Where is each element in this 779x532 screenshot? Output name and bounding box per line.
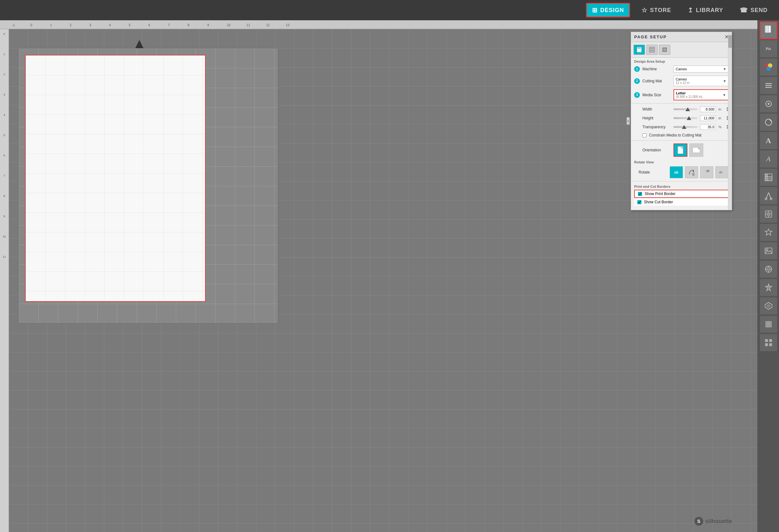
nav-library[interactable]: ↥ LIBRARY xyxy=(683,4,728,16)
separator-1 xyxy=(631,103,732,104)
height-slider[interactable] xyxy=(673,117,698,119)
svg-rect-8 xyxy=(663,49,666,51)
media-size-label: Media Size xyxy=(642,93,671,97)
tool-trace[interactable] xyxy=(760,205,777,223)
machine-label: Machine xyxy=(642,67,671,71)
up-arrow-indicator: ▲ xyxy=(132,36,146,51)
tool-media[interactable] xyxy=(760,242,777,260)
tool-effect-star[interactable] xyxy=(760,279,777,296)
tool-hatch[interactable] xyxy=(760,315,777,333)
tool-cut[interactable] xyxy=(760,187,777,205)
constrain-row: Constrain Media to Cutting Mat xyxy=(631,131,732,139)
svg-rect-1 xyxy=(638,48,641,49)
tool-more[interactable] xyxy=(760,334,777,351)
tool-star[interactable] xyxy=(760,223,777,241)
transparency-unit: % xyxy=(718,125,724,129)
svg-rect-25 xyxy=(768,176,772,181)
tool-color[interactable] xyxy=(760,58,777,76)
tool-pattern[interactable] xyxy=(760,260,777,278)
tool-pixel[interactable]: Pix xyxy=(760,40,777,58)
panel-scrollbar[interactable] xyxy=(728,32,732,210)
tab-media[interactable] xyxy=(659,45,670,55)
rotate-row: Rotate ab ab ab ab xyxy=(631,165,732,180)
svg-rect-6 xyxy=(649,47,654,52)
nav-send[interactable]: ☎ SEND xyxy=(735,4,773,16)
portrait-btn[interactable] xyxy=(673,143,687,157)
tool-page[interactable] xyxy=(760,21,777,39)
separator-2 xyxy=(631,140,732,141)
send-icon: ☎ xyxy=(740,6,748,14)
tool-font[interactable]: A xyxy=(760,150,777,168)
rotate-label: Rotate xyxy=(639,170,667,175)
width-slider[interactable] xyxy=(673,108,698,110)
tool-layers[interactable] xyxy=(760,77,777,94)
constrain-label: Constrain Media to Cutting Mat xyxy=(649,133,701,137)
library-icon: ↥ xyxy=(688,6,694,14)
width-row: Width in ▲ ▼ xyxy=(631,105,732,114)
store-label: STORE xyxy=(650,7,671,14)
svg-rect-13 xyxy=(765,26,769,32)
tool-grid[interactable] xyxy=(760,169,777,186)
right-toolbar: Pix xyxy=(758,20,779,532)
transparency-label: Transparency xyxy=(642,125,671,129)
transparency-input[interactable] xyxy=(700,124,716,130)
media-size-row: 3 Media Size Letter (8.500 x 11.000 in) … xyxy=(631,88,732,102)
width-input[interactable] xyxy=(700,107,716,112)
show-cut-border-label: Show Cut Border xyxy=(644,200,673,204)
rotate-0-btn[interactable]: ab xyxy=(670,166,683,178)
transparency-row: Transparency % ▲ ▼ xyxy=(631,123,732,131)
constrain-checkbox[interactable] xyxy=(642,133,647,137)
svg-rect-59 xyxy=(765,343,768,346)
show-print-border-row: Show Print Border xyxy=(634,190,729,198)
design-area-label: Design Area Setup xyxy=(631,58,732,64)
height-unit: in xyxy=(718,116,724,120)
page-setup-panel: ‹ PAGE SETUP ✕ xyxy=(631,32,732,210)
svg-point-16 xyxy=(766,66,771,71)
horizontal-ruler: -1 0 1 2 3 4 5 6 7 8 9 10 11 12 13 xyxy=(0,20,758,29)
store-icon: ☆ xyxy=(642,6,648,14)
orientation-buttons xyxy=(673,143,703,157)
tool-transform[interactable] xyxy=(760,95,777,113)
transparency-slider[interactable] xyxy=(673,126,698,128)
top-bar: ⊞ DESIGN ☆ STORE ↥ LIBRARY ☎ SEND xyxy=(0,0,779,20)
svg-rect-24 xyxy=(765,174,768,181)
main-layout: -1 0 1 2 3 4 5 6 7 8 9 10 11 12 13 0 1 xyxy=(0,20,779,532)
svg-point-21 xyxy=(768,103,770,105)
machine-row: 1 Machine Cameo ▼ xyxy=(631,64,732,74)
panel-title: PAGE SETUP xyxy=(634,35,667,39)
rotate-270-btn[interactable]: ab xyxy=(715,166,729,178)
show-print-border-checkbox[interactable] xyxy=(638,192,642,196)
width-label: Width xyxy=(642,107,671,112)
svg-point-43 xyxy=(768,269,769,270)
media-size-dropdown[interactable]: Letter (8.500 x 11.000 in) ▼ xyxy=(673,89,729,101)
svg-text:ab: ab xyxy=(706,170,710,173)
height-input[interactable] xyxy=(700,115,716,121)
library-label: LIBRARY xyxy=(696,7,723,14)
panel-header: PAGE SETUP ✕ xyxy=(631,32,732,42)
svg-text:ab: ab xyxy=(719,171,722,174)
svg-marker-51 xyxy=(767,304,770,308)
orientation-label: Orientation xyxy=(642,148,671,152)
cutting-mat-row: 2 Cutting Mat Cameo 12 x 12 in ▼ xyxy=(631,74,732,88)
design-icon: ⊞ xyxy=(592,6,598,14)
svg-marker-49 xyxy=(766,285,771,289)
landscape-btn[interactable] xyxy=(689,143,703,157)
page-area xyxy=(25,55,206,302)
tab-page[interactable] xyxy=(634,45,645,55)
panel-collapse-btn[interactable]: ‹ xyxy=(626,117,630,125)
machine-dropdown[interactable]: Cameo ▼ xyxy=(673,66,729,72)
tool-text[interactable]: A xyxy=(760,132,777,149)
rotate-90-btn[interactable]: ab xyxy=(685,166,698,178)
vertical-ruler: 0 1 2 3 4 5 6 7 8 9 10 11 xyxy=(0,29,9,532)
nav-store[interactable]: ☆ STORE xyxy=(637,4,676,16)
tool-fill[interactable] xyxy=(760,113,777,131)
show-cut-border-checkbox[interactable] xyxy=(637,200,642,204)
rotate-180-btn[interactable]: ab xyxy=(700,166,713,178)
tab-grid[interactable] xyxy=(646,45,658,55)
separator-3 xyxy=(631,181,732,182)
panel-tabs xyxy=(631,42,732,58)
cutting-mat-dropdown[interactable]: Cameo 12 x 12 in ▼ xyxy=(673,76,729,86)
nav-design[interactable]: ⊞ DESIGN xyxy=(586,3,630,17)
tool-distort[interactable] xyxy=(760,297,777,315)
rotate-buttons: ab ab ab ab xyxy=(670,166,729,178)
